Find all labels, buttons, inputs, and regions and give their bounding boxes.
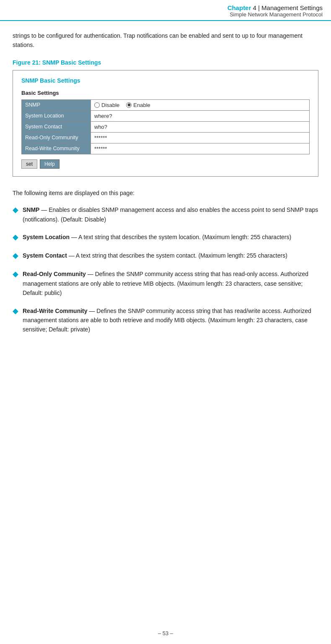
read-write-value[interactable]: ****** <box>91 143 310 154</box>
list-item: ◆ Read-Write Community — Defines the SNM… <box>13 306 318 334</box>
page-subtitle: Simple Network Management Protocol <box>8 11 323 18</box>
def-term-contact: System Contact <box>23 252 67 259</box>
def-item-text: Read-Write Community — Defines the SNMP … <box>23 306 318 334</box>
radio-disable-label: Disable <box>101 102 119 108</box>
def-desc-contact: — A text string that describes the syste… <box>69 252 287 259</box>
snmp-screenshot-box: SNMP Basic Settings Basic Settings SNMP … <box>13 70 318 177</box>
def-item-text: SNMP — Enables or disables SNMP manageme… <box>23 205 318 224</box>
chapter-num: 4 <box>253 4 256 11</box>
def-term-snmp: SNMP <box>23 206 39 213</box>
table-row: System Contact who? <box>22 121 310 132</box>
system-contact-value[interactable]: who? <box>91 121 310 132</box>
list-item: ◆ System Location — A text string that d… <box>13 232 318 242</box>
snmp-box-title: SNMP Basic Settings <box>21 77 310 84</box>
system-location-value[interactable]: where? <box>91 110 310 121</box>
snmp-value[interactable]: Disable Enable <box>91 99 310 110</box>
radio-enable[interactable]: Enable <box>126 102 150 108</box>
following-text: The following items are displayed on thi… <box>13 188 318 198</box>
bullet-icon: ◆ <box>13 306 18 316</box>
system-location-label: System Location <box>22 110 91 121</box>
set-button[interactable]: set <box>21 159 37 169</box>
snmp-label: SNMP <box>22 99 91 110</box>
table-row: Read-Write Community ****** <box>22 143 310 154</box>
bullet-icon: ◆ <box>13 250 18 261</box>
radio-enable-label: Enable <box>133 102 150 108</box>
chapter-separator: | <box>258 4 261 11</box>
definitions-list: ◆ SNMP — Enables or disables SNMP manage… <box>13 205 318 334</box>
help-button[interactable]: Help <box>40 159 59 169</box>
bullet-icon: ◆ <box>13 269 18 279</box>
chapter-section: Management Settings <box>261 4 323 11</box>
intro-text: strings to be configured for authenticat… <box>13 31 318 50</box>
snmp-section-title: Basic Settings <box>21 90 310 96</box>
read-write-label: Read-Write Community <box>22 143 91 154</box>
table-row: Read-Only Community ****** <box>22 132 310 143</box>
figure-label: Figure 21: SNMP Basic Settings <box>13 59 318 66</box>
list-item: ◆ System Contact — A text string that de… <box>13 251 318 261</box>
snmp-settings-table: SNMP Disable Enable <box>21 99 310 154</box>
def-term-location: System Location <box>23 234 70 240</box>
page-number: – 53 – <box>158 630 173 636</box>
def-term-read-only: Read-Only Community <box>23 271 86 277</box>
button-row: set Help <box>21 159 310 169</box>
list-item: ◆ SNMP — Enables or disables SNMP manage… <box>13 205 318 224</box>
chapter-line: Chapter 4 | Management Settings <box>8 4 323 11</box>
bullet-icon: ◆ <box>13 205 18 215</box>
chapter-word: Chapter <box>228 4 251 11</box>
snmp-radio-group[interactable]: Disable Enable <box>94 102 306 108</box>
page-header: Chapter 4 | Management Settings Simple N… <box>0 0 331 21</box>
list-item: ◆ Read-Only Community — Defines the SNMP… <box>13 269 318 297</box>
bullet-icon: ◆ <box>13 232 18 242</box>
def-desc-location: — A text string that describes the syste… <box>71 234 291 240</box>
table-row: System Location where? <box>22 110 310 121</box>
system-contact-label: System Contact <box>22 121 91 132</box>
def-item-text: Read-Only Community — Defines the SNMP c… <box>23 269 318 297</box>
radio-enable-circle[interactable] <box>126 102 132 108</box>
radio-disable[interactable]: Disable <box>94 102 119 108</box>
def-item-text: System Location — A text string that des… <box>23 232 291 242</box>
read-only-value[interactable]: ****** <box>91 132 310 143</box>
def-term-read-write: Read-Write Community <box>23 308 88 314</box>
def-item-text: System Contact — A text string that desc… <box>23 251 287 260</box>
read-only-label: Read-Only Community <box>22 132 91 143</box>
page-footer: – 53 – <box>0 630 331 636</box>
def-desc-snmp: — Enables or disables SNMP management ac… <box>23 206 318 222</box>
main-content: strings to be configured for authenticat… <box>0 21 331 368</box>
table-row: SNMP Disable Enable <box>22 99 310 110</box>
radio-disable-circle[interactable] <box>94 102 100 108</box>
